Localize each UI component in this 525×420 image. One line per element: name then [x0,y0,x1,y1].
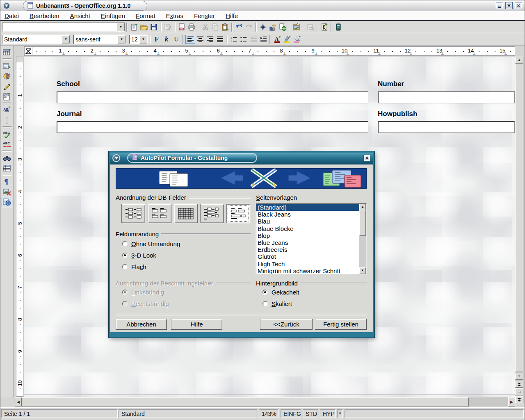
menu-hilfe[interactable]: Hilfe [226,12,243,19]
list-item[interactable]: (Standard) [256,204,359,211]
radio-tiled[interactable]: Gekachelt [262,289,299,295]
align-left-icon[interactable] [185,35,195,44]
list-item[interactable]: Glutrot [256,253,359,260]
radio-flat-control[interactable] [122,264,128,269]
bullet-list-icon[interactable] [239,35,249,44]
radio-flat[interactable]: Flach [122,264,180,270]
hyperlink-dialog-icon[interactable] [278,22,288,32]
minimize-button[interactable] [496,2,503,9]
radio-no-border-control[interactable] [122,241,128,247]
radio-3d-look[interactable]: 3-D Look [122,252,180,258]
radio-scaled[interactable]: Skaliert [262,301,299,307]
print-icon[interactable] [187,22,196,32]
dialog-menu-button[interactable] [112,154,120,162]
vertical-scrollbar[interactable]: ▲ ▼ [515,57,523,403]
listbox-scroll-thumb[interactable] [359,210,366,236]
justify-icon[interactable] [215,35,225,44]
menu-datei[interactable]: Datei [5,12,24,19]
radio-tiled-control[interactable] [262,290,268,295]
radio-no-border[interactable]: Ohne Umrandung [122,241,180,247]
radio-scaled-control[interactable] [262,301,268,306]
navigator-icon[interactable] [258,22,268,32]
back-button[interactable]: << Zurück [260,319,313,330]
horizontal-scrollbar[interactable]: ◀ ▶ [15,397,515,406]
vertical-ruler[interactable]: 12345678910 [16,57,23,397]
paragraph-style-value[interactable]: Standard [2,35,62,43]
dialog-titlebar[interactable]: AutoPilot Formular - Gestaltung × [110,153,373,164]
insert-table-icon[interactable] [2,47,12,57]
form-field-input-school[interactable] [57,91,368,103]
paragraph-style-combobox[interactable]: Standard ▼ [2,35,70,44]
previous-page-button[interactable] [515,381,523,388]
open-icon[interactable] [139,22,149,32]
cancel-button[interactable]: Abbrechen [116,319,167,330]
list-item[interactable]: Blau [256,218,359,225]
align-right-icon[interactable] [205,35,215,44]
vertical-scroll-thumb[interactable] [515,64,523,372]
list-item[interactable]: Mintgrün mit schwarzer Schrift [256,267,359,274]
bold-icon[interactable]: F [152,35,162,44]
autotext-icon[interactable]: AB [2,105,12,115]
page-styles-listbox[interactable]: (Standard)Black JeansBlauBlaue BlöckeBlo… [256,203,367,274]
find-replace-icon[interactable] [2,153,12,163]
menu-ansicht[interactable]: Ansicht [70,12,96,19]
menu-fenster[interactable]: Fenster [194,12,220,19]
paste-icon[interactable] [220,22,230,32]
scroll-down-button[interactable]: ▼ [515,373,523,380]
navigation-button[interactable] [515,388,523,395]
insert-objects-icon[interactable] [2,71,12,81]
list-item[interactable]: Blaue Blöcke [256,225,359,232]
arrangement-rows-labels-left[interactable] [200,204,224,223]
arrangement-blocks-labels-top[interactable] [226,204,250,223]
dialog-close-button[interactable]: × [363,155,370,161]
form-field-input-howpublish[interactable] [378,121,515,133]
list-item[interactable]: Blop [256,232,359,239]
horizontal-scroll-thumb[interactable] [22,397,469,406]
increase-indent-icon[interactable] [258,35,268,44]
spellcheck-icon[interactable]: ABC [2,129,12,139]
next-page-button[interactable] [515,396,523,403]
url-dropdown-button[interactable]: ▼ [117,23,125,31]
font-name-combobox[interactable]: sans-serif ▼ [73,35,126,44]
font-size-value[interactable]: 12 [130,35,139,43]
url-input[interactable] [2,23,117,31]
help-button[interactable]: Hilfe [171,319,222,330]
form-field-input-journal[interactable] [57,121,368,133]
listbox-scrollbar[interactable]: ▲ ▼ [359,204,366,274]
selection-mode[interactable]: STD [303,409,318,418]
export-pdf-icon[interactable]: PDF [177,22,187,32]
menu-extras[interactable]: Extras [166,12,189,19]
listbox-scroll-up[interactable]: ▲ [359,204,366,210]
listbox-scroll-down[interactable]: ▼ [359,267,366,274]
scroll-left-button[interactable]: ◀ [15,397,22,406]
font-name-value[interactable]: sans-serif [74,35,118,43]
close-button[interactable]: × [515,2,522,9]
data-sources-view-icon[interactable] [2,163,12,173]
menu-bearbeiten[interactable]: Bearbeiten [30,12,65,19]
paragraph-style-indicator[interactable]: Standard [119,409,257,418]
arrangement-columns-labels-top[interactable] [148,204,171,223]
window-menu-button[interactable] [3,2,10,9]
undo-icon[interactable] [234,22,244,32]
font-size-combobox[interactable]: 12 ▼ [129,35,148,44]
align-center-icon[interactable] [195,35,205,44]
radio-3d-look-control[interactable] [122,253,128,258]
insert-fields-icon[interactable] [2,61,12,71]
url-combobox[interactable]: ▼ [2,23,125,32]
scroll-right-button[interactable]: ▶ [508,397,515,406]
paragraph-background-icon[interactable] [292,35,302,44]
font-color-icon[interactable]: A [272,35,282,44]
menu-format[interactable]: Format [136,12,161,19]
menu-einfuegen[interactable]: Einfügen [101,12,130,19]
list-item[interactable]: Blue Jeans [256,239,359,246]
zoom-level[interactable]: 143% [259,409,278,418]
horizontal-ruler[interactable]: 1⊥2⊥3⊥4⊥5⊥6⊥7⊥8⊥9⊥10⊥11⊥12⊥13⊥14⊥15⊥ [24,46,515,56]
style-dropdown-button[interactable]: ▼ [62,35,70,43]
online-layout-icon[interactable] [2,197,12,207]
font-dropdown-button[interactable]: ▼ [118,35,126,43]
list-item[interactable]: Erdbeereis [256,246,359,253]
arrangement-columns-labels-left[interactable] [121,204,145,223]
arrangement-as-table[interactable] [174,204,198,223]
nonprinting-characters-icon[interactable]: ¶ [2,176,12,187]
gallery-icon[interactable] [292,22,301,32]
